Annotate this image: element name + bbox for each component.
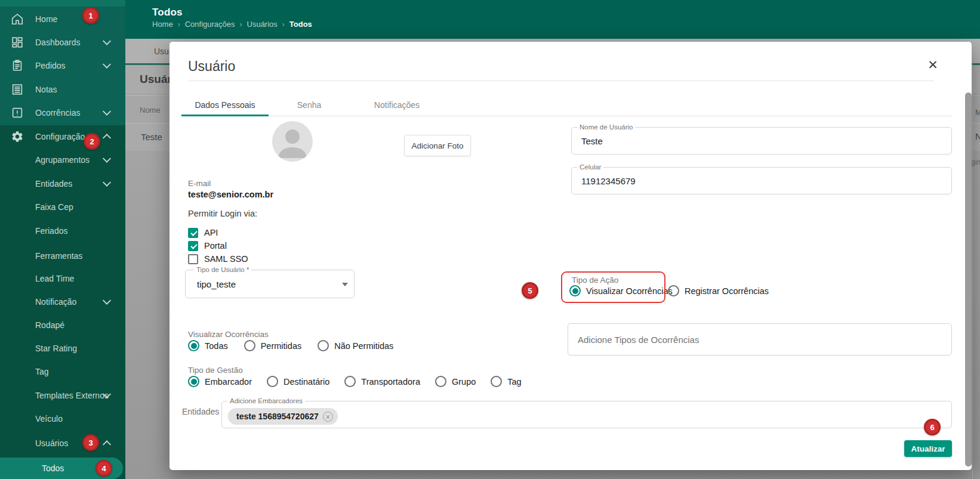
radio-label: Destinatário [283, 377, 329, 387]
breadcrumb-item-home[interactable]: Home [152, 20, 173, 29]
breadcrumb-item-configuracoes[interactable]: Configurações [185, 20, 235, 29]
sidebar-item-faixa-cep[interactable]: Faixa Cep [0, 196, 125, 218]
tipos-ocorrencias-input[interactable] [568, 323, 952, 356]
radio-todas[interactable]: Todas [188, 340, 228, 351]
radio-tag[interactable]: Tag [491, 376, 521, 387]
radio-transportadora[interactable]: Transportadora [344, 376, 420, 387]
entity-chip[interactable]: teste 1568954720627 ✕ [228, 408, 338, 425]
sidebar-item-rodape[interactable]: Rodapé [0, 314, 125, 336]
celular-field[interactable]: Celular 11912345679 [571, 167, 952, 194]
app-header: Todos Home›Configurações›Usuários›Todos [0, 0, 980, 39]
sidebar-item-label: Usuários [35, 438, 68, 448]
background-cell-teste: Teste [141, 132, 162, 142]
sidebar-item-lead-time[interactable]: Lead Time [0, 267, 125, 290]
sidebar-item-label: Tag [35, 367, 49, 376]
page-title: Todos [152, 7, 183, 18]
annotation-step-5: 5 [522, 282, 538, 299]
sidebar-item-notas[interactable]: Notas [0, 78, 125, 101]
sidebar-item-usuarios[interactable]: Usuários [0, 432, 125, 455]
breadcrumb-separator-icon: › [240, 20, 242, 29]
login-via-label: Permitir Login via: [188, 209, 257, 218]
sidebar-item-ocorrencias[interactable]: Ocorrências [0, 101, 125, 124]
sidebar-item-dashboards[interactable]: Dashboards [0, 31, 125, 54]
radio-destinatario[interactable]: Destinatário [267, 376, 329, 387]
chip-remove-icon[interactable]: ✕ [323, 412, 333, 422]
sidebar-item-label: Star Rating [35, 344, 77, 353]
sidebar-item-label: Todos [42, 463, 64, 473]
checkbox-label: SAML SSO [204, 254, 248, 264]
radio-permitidas[interactable]: Permitidas [244, 340, 302, 351]
sidebar-item-label: Configuração [35, 132, 85, 141]
radio-unselected-icon [491, 376, 502, 387]
chevron-up-icon [103, 134, 111, 142]
tab-baseline [181, 116, 952, 116]
sidebar-item-agrupamentos[interactable]: Agrupamentos [0, 149, 125, 171]
sidebar-item-veiculo[interactable]: Veículo [0, 407, 125, 430]
annotation-step-2: 2 [84, 133, 100, 150]
nome-usuario-value: Teste [581, 136, 603, 146]
radio-label: Embarcador [205, 377, 252, 387]
chevron-down-icon [103, 154, 111, 163]
person-icon [272, 121, 313, 162]
close-icon[interactable]: ✕ [925, 57, 941, 73]
sidebar-item-notificacao[interactable]: Notificação [0, 291, 125, 313]
gear-icon [11, 130, 24, 143]
add-photo-button[interactable]: Adicionar Foto [404, 135, 471, 156]
checkbox-label: Portal [204, 241, 227, 251]
annotation-step-4: 4 [95, 460, 112, 477]
sidebar-item-templates-externos[interactable]: Templates Externos [0, 384, 125, 407]
email-value: teste@senior.com.br [188, 190, 273, 199]
sidebar-item-tag[interactable]: Tag [0, 360, 125, 383]
tab-notificacoes[interactable]: Notificações [374, 100, 420, 110]
nome-usuario-field[interactable]: Nome de Usuário Teste [571, 127, 952, 154]
background-column-nome: Nome [140, 106, 161, 115]
home-icon [11, 13, 24, 26]
chevron-down-icon [342, 283, 348, 286]
checkbox-label: API [204, 228, 218, 237]
atualizar-button[interactable]: Atualizar [904, 440, 952, 457]
radio-grupo[interactable]: Grupo [435, 376, 476, 387]
chevron-down-icon [103, 60, 111, 69]
sidebar-item-label: Pedidos [35, 61, 66, 70]
radio-label: Tag [507, 377, 521, 387]
sidebar-item-entidades[interactable]: Entidades [0, 172, 125, 195]
sidebar-item-label: Veículo [35, 414, 63, 424]
sidebar-item-label: Entidades [35, 179, 72, 188]
radio-label: Grupo [452, 377, 476, 387]
annotation-step-1: 1 [82, 7, 99, 24]
checkbox-portal[interactable]: Portal [188, 240, 227, 252]
nome-usuario-label: Nome de Usuário [577, 123, 635, 131]
chevron-down-icon [103, 37, 111, 45]
radio-unselected-icon [668, 285, 679, 296]
checkbox-saml-sso[interactable]: SAML SSO [188, 253, 248, 265]
checkbox-api[interactable]: API [188, 227, 218, 239]
tab-senha[interactable]: Senha [297, 100, 321, 110]
sidebar-item-feriados[interactable]: Feriados [0, 220, 125, 242]
tipo-usuario-select[interactable]: Tipo de Usuário * tipo_teste [185, 270, 355, 298]
sidebar-item-label: Ferramentas [35, 251, 82, 261]
notes-icon [11, 83, 24, 96]
sidebar-top-strip [0, 0, 125, 7]
breadcrumb-separator-icon: › [178, 20, 180, 29]
radio-unselected-icon [318, 340, 329, 351]
sidebar-item-label: Notificação [35, 297, 76, 307]
chip-label: teste 1568954720627 [236, 412, 319, 421]
sidebar-item-pedidos[interactable]: Pedidos [0, 54, 125, 77]
breadcrumb-item-usuarios[interactable]: Usuários [247, 20, 278, 29]
tipo-gestao-label: Tipo de Gestão [188, 366, 243, 375]
sidebar-item-label: Ocorrências [35, 108, 80, 118]
chevron-down-icon [103, 296, 111, 305]
radio-embarcador[interactable]: Embarcador [188, 376, 252, 387]
radio-registrar-ocorrencias[interactable]: Registrar Ocorrências [668, 285, 769, 296]
radio-unselected-icon [267, 376, 278, 387]
breadcrumb: Home›Configurações›Usuários›Todos [152, 20, 312, 29]
sidebar-item-configuracao[interactable]: Configuração [0, 125, 125, 148]
sidebar-item-home[interactable]: Home [0, 8, 125, 30]
sidebar-item-ferramentas[interactable]: Ferramentas [0, 245, 125, 267]
background-text-fragment: N [975, 131, 980, 141]
tipo-usuario-label: Tipo de Usuário * [194, 266, 251, 274]
modal-scrollbar[interactable] [965, 92, 972, 466]
sidebar-item-star-rating[interactable]: Star Rating [0, 337, 125, 360]
tab-dados-pessoais[interactable]: Dados Pessoais [195, 100, 255, 110]
radio-nao-permitidas[interactable]: Não Permitidas [318, 340, 393, 351]
